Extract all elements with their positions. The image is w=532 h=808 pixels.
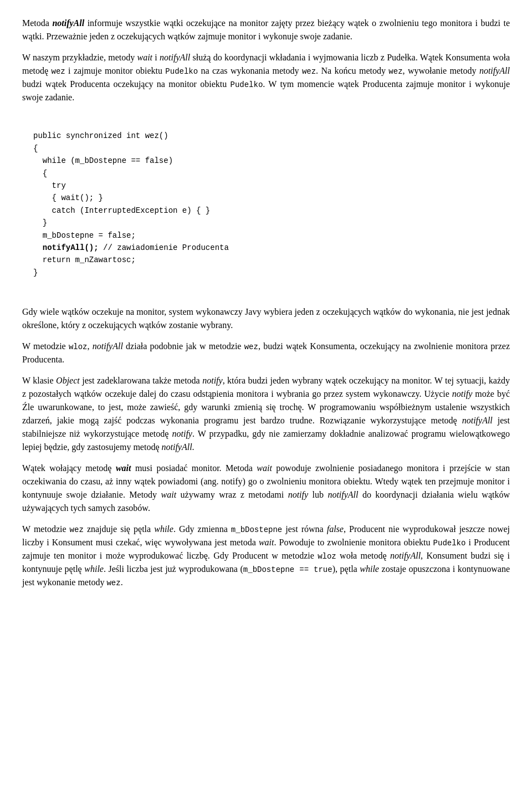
code-line-4: { [33, 169, 47, 178]
paragraph-2: W naszym przykładzie, metody wait i noti… [22, 51, 510, 104]
code-line-6: { wait(); } [33, 193, 103, 202]
code-line-9: m_bDostepne = false; [33, 231, 136, 240]
code-line-1: public synchronized int wez() [33, 131, 168, 140]
code-line-10: notifyAll(); // zawiadomienie Producenta [33, 243, 229, 252]
code-block: public synchronized int wez() { while (m… [22, 112, 510, 296]
code-line-11: return m_nZawartosc; [33, 255, 136, 264]
code-line-8: } [33, 218, 47, 227]
code-line-3: while (m_bDostepne == false) [33, 156, 173, 165]
paragraph-7: W metodzie wez znajduje się pętla while.… [22, 523, 510, 589]
page-content: Metoda notifyAll informuje wszystkie wąt… [22, 17, 510, 589]
code-line-7: catch (InterruptedException e) { } [33, 206, 210, 215]
paragraph-6: Wątek wołający metodę wait musi posiadać… [22, 462, 510, 515]
paragraph-4: W metodzie wloz, notifyAll działa podobn… [22, 340, 510, 366]
code-line-2: { [33, 144, 38, 153]
code-line-12: } [33, 268, 38, 277]
paragraph-1: Metoda notifyAll informuje wszystkie wąt… [22, 17, 510, 43]
code-line-5: try [33, 181, 66, 190]
paragraph-5: W klasie Object jest zadeklarowana także… [22, 374, 510, 454]
paragraph-3: Gdy wiele wątków oczekuje na monitor, sy… [22, 305, 510, 332]
